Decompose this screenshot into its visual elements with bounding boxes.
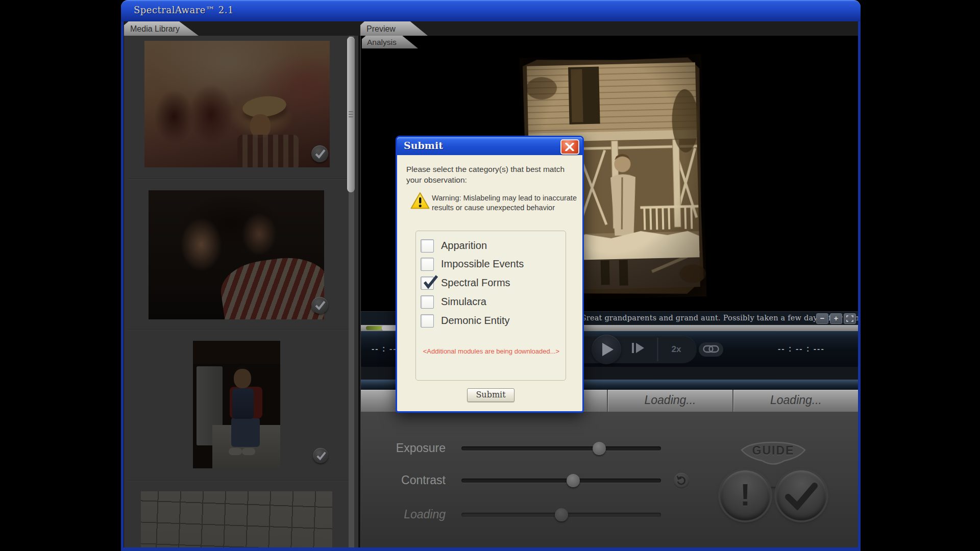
check-badge-icon[interactable]	[313, 448, 328, 463]
warning-triangle-icon	[410, 191, 430, 211]
option-simulacra[interactable]: Simulacra	[421, 293, 558, 312]
contrast-slider-thumb[interactable]	[567, 474, 580, 487]
check-icon	[314, 147, 326, 160]
thumbnail-toddler-tiles-photo[interactable]	[141, 491, 332, 547]
hscrollbar-thumb[interactable]	[382, 325, 396, 331]
tab-strip	[124, 21, 858, 36]
option-label[interactable]: Spectral Forms	[441, 277, 510, 289]
reset-icon	[676, 475, 687, 486]
thumbnail-boy-kitchen-photo[interactable]	[193, 341, 280, 468]
dialog-close-button[interactable]	[560, 139, 579, 155]
dialog-prompt: Please select the category(s) that best …	[406, 164, 572, 186]
media-library-panel	[124, 36, 358, 547]
check-icon	[422, 274, 439, 290]
dialog-titlebar[interactable]: Submit	[397, 137, 582, 155]
checkbox[interactable]	[421, 314, 434, 328]
step-forward-icon	[631, 342, 645, 354]
contrast-label: Contrast	[361, 473, 446, 487]
checkbox[interactable]	[421, 295, 434, 309]
play-icon	[602, 342, 614, 357]
exclamation-icon: !	[720, 477, 770, 513]
window-titlebar[interactable]: SpectralAware™ 2.1	[121, 0, 861, 21]
check-badge-icon[interactable]	[311, 297, 328, 314]
timestamp-right: -- : -- : ---	[778, 344, 825, 354]
play-button[interactable]	[592, 335, 621, 364]
divider	[128, 179, 353, 179]
tab-preview-label: Preview	[366, 24, 396, 33]
media-scrollbar-thumb[interactable]	[347, 37, 355, 192]
checkbox[interactable]	[421, 277, 434, 290]
loading-slider-label: Loading	[361, 508, 446, 521]
exposure-slider-thumb[interactable]	[593, 442, 606, 455]
window-title: SpectralAware™ 2.1	[134, 5, 234, 15]
option-label[interactable]: Impossible Events	[441, 258, 524, 270]
divider	[657, 338, 658, 361]
screen: SpectralAware™ 2.1 Media Library Preview	[0, 0, 980, 551]
checkbox[interactable]	[421, 239, 434, 253]
check-icon	[785, 483, 818, 510]
option-label[interactable]: Simulacra	[441, 296, 486, 308]
download-status-text: <Additional modules are being downloaded…	[416, 347, 567, 355]
dialog-title: Submit	[404, 140, 443, 151]
zoom-in-icon: +	[834, 314, 839, 322]
loading-slider-track[interactable]	[461, 513, 661, 517]
divider	[128, 480, 353, 481]
warning-text: Warning: Mislabeling may lead to inaccur…	[432, 193, 579, 213]
fullscreen-button[interactable]	[844, 313, 856, 324]
loading-module-label: Loading...	[733, 393, 858, 407]
submit-button[interactable]: Submit	[467, 388, 514, 402]
tab-media-library-label: Media Library	[130, 24, 180, 33]
checkbox[interactable]	[421, 258, 434, 271]
contrast-slider-track[interactable]	[461, 479, 661, 483]
loading-slider-thumb[interactable]	[555, 508, 568, 521]
guide-button[interactable]: GUIDE	[740, 440, 807, 468]
option-label[interactable]: Apparition	[441, 240, 487, 252]
tab-analysis-label: Analysis	[367, 38, 397, 46]
confirm-button[interactable]	[776, 470, 826, 520]
exposure-label: Exposure	[361, 441, 446, 455]
fullscreen-icon	[846, 315, 853, 322]
loop-button[interactable]	[699, 342, 723, 357]
zoom-out-button[interactable]: −	[816, 313, 828, 324]
zoom-out-icon: −	[820, 314, 825, 322]
option-impossible-events[interactable]: Impossible Events	[421, 256, 558, 274]
option-apparition[interactable]: Apparition	[421, 237, 558, 256]
reset-contrast-button[interactable]	[674, 473, 689, 488]
exposure-slider-track[interactable]	[461, 446, 661, 450]
submit-dialog: Submit Please select the category(s) tha…	[396, 136, 584, 413]
buffer-progress	[366, 326, 382, 330]
zoom-in-button[interactable]: +	[830, 313, 842, 324]
thumbnail-carnival-photo[interactable]	[144, 41, 330, 167]
divider	[128, 329, 353, 330]
thumbnail-couple-photo[interactable]	[149, 190, 324, 319]
alert-button[interactable]: !	[720, 470, 770, 520]
check-badge-icon[interactable]	[311, 145, 328, 162]
check-icon	[315, 450, 327, 461]
option-label[interactable]: Demonic Entity	[441, 315, 510, 327]
loop-icon	[703, 345, 719, 354]
guide-label: GUIDE	[740, 444, 807, 458]
option-demonic-entity[interactable]: Demonic Entity	[421, 312, 558, 331]
submit-button-label: Submit	[476, 390, 505, 399]
option-spectral-forms[interactable]: Spectral Forms	[421, 274, 558, 293]
loading-module-label: Loading...	[608, 393, 732, 407]
category-group: Apparition Impossible Events Spectral Fo…	[415, 231, 566, 381]
speed-button[interactable]: 2x	[666, 344, 687, 355]
step-forward-button[interactable]	[631, 342, 649, 356]
close-icon	[565, 143, 574, 151]
check-icon	[314, 299, 326, 311]
